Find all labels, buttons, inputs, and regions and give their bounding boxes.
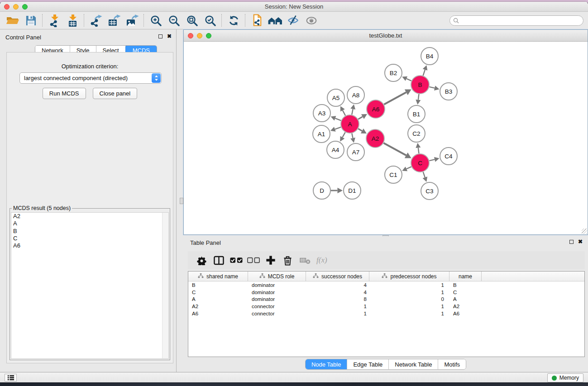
- network-window-title: testGlobe.txt: [184, 32, 588, 39]
- tab-motifs[interactable]: Motifs: [438, 359, 466, 369]
- graph-node-label: A5: [332, 95, 340, 101]
- zoom-selected-icon[interactable]: [201, 13, 219, 28]
- import-table-icon[interactable]: [63, 13, 81, 28]
- graph-edge-C-C3[interactable]: [423, 172, 425, 177]
- graph-node-label: C2: [412, 130, 420, 137]
- close-panel-icon[interactable]: ✖: [167, 34, 172, 38]
- result-item[interactable]: A: [11, 220, 168, 227]
- network-canvas[interactable]: B4B2BB3B1A5A8A6A3AA1A2A4A7C2CC4C1C3DD1: [184, 42, 588, 234]
- column-header-MCDS-role[interactable]: MCDS role: [248, 272, 306, 281]
- column-header-label: name: [459, 273, 472, 280]
- result-item[interactable]: A2: [11, 213, 168, 220]
- graph-edge-B-B2[interactable]: [406, 79, 411, 81]
- column-header-successor-nodes[interactable]: successor nodes: [306, 272, 369, 281]
- home-layout-icon[interactable]: [266, 13, 284, 28]
- column-header-name[interactable]: name: [449, 272, 482, 281]
- export-table-icon[interactable]: [105, 13, 123, 28]
- tab-edge-table[interactable]: Edge Table: [347, 359, 389, 369]
- zoom-out-icon[interactable]: [165, 13, 183, 28]
- table-cell: dominator: [248, 290, 306, 295]
- close-panel-button[interactable]: Close panel: [93, 88, 138, 99]
- table-row[interactable]: A6connector11A6: [188, 310, 584, 317]
- graph-edge-C-C2[interactable]: [418, 148, 419, 153]
- show-graphics-details-icon[interactable]: [302, 13, 320, 28]
- add-column-icon[interactable]: [264, 253, 277, 267]
- column-layout-icon[interactable]: [212, 253, 225, 267]
- divider-grip-left[interactable]: [180, 198, 183, 204]
- optimization-criterion-select[interactable]: largest connected component (directed): [19, 72, 162, 84]
- float-panel-icon[interactable]: [158, 34, 163, 38]
- network-column-icon: [313, 273, 319, 280]
- graph-edge-A-A4[interactable]: [342, 132, 345, 137]
- destroy-table-icon-disabled: [298, 253, 311, 267]
- memory-label: Memory: [559, 375, 579, 381]
- select-all-checkboxes-icon[interactable]: [229, 253, 243, 267]
- mcds-result-list[interactable]: A2ABCA6: [11, 212, 169, 359]
- arrowhead-icon: [434, 86, 440, 91]
- graph-edge-A-A2[interactable]: [358, 129, 362, 131]
- graph-edge-C-C1[interactable]: [406, 167, 411, 169]
- tab-network-table[interactable]: Network Table: [389, 359, 438, 369]
- graph-node-label: B3: [445, 88, 453, 95]
- delete-column-icon[interactable]: [281, 253, 294, 267]
- control-panel: Control Panel ✖ NetworkStyleSelectMCDS O…: [0, 29, 177, 374]
- search-input[interactable]: [461, 17, 583, 24]
- result-item[interactable]: B: [11, 228, 168, 235]
- hide-selected-icon[interactable]: [284, 13, 302, 28]
- search-box[interactable]: [449, 15, 583, 26]
- graph-edge-A2-C[interactable]: [383, 143, 406, 155]
- table-row[interactable]: Bdominator41B: [188, 281, 584, 289]
- settings-gear-icon[interactable]: [195, 253, 208, 267]
- column-header-label: MCDS role: [268, 273, 295, 280]
- deselect-all-checkboxes-icon[interactable]: [247, 253, 260, 267]
- graph-edge-A-A1[interactable]: [335, 127, 341, 129]
- open-session-icon[interactable]: [4, 13, 22, 28]
- function-builder-icon-disabled: f(x): [316, 256, 327, 265]
- node-table: shared nameMCDS rolesuccessor nodesprede…: [188, 271, 585, 357]
- result-item[interactable]: C: [11, 235, 168, 242]
- graph-edge-A-A3[interactable]: [335, 118, 341, 120]
- table-row[interactable]: Adominator80A: [188, 295, 584, 303]
- column-header-label: predecessor nodes: [390, 273, 436, 280]
- table-cell: 1: [369, 304, 449, 309]
- graph-edge-C-C4[interactable]: [429, 159, 435, 161]
- graph-node-label: C: [418, 160, 422, 167]
- resize-grip-icon[interactable]: [582, 229, 587, 234]
- table-row[interactable]: A2connector11A2: [188, 303, 584, 310]
- column-header-predecessor-nodes[interactable]: predecessor nodes: [369, 272, 449, 281]
- graph-edge-A-A7[interactable]: [352, 133, 353, 138]
- graph-edge-B-B4[interactable]: [423, 70, 425, 76]
- graph-node-label: A4: [332, 147, 339, 153]
- graph-edge-B-B3[interactable]: [429, 87, 435, 88]
- result-item[interactable]: A6: [11, 242, 168, 249]
- tab-node-table[interactable]: Node Table: [306, 359, 348, 369]
- close-table-panel-icon[interactable]: ✖: [578, 240, 583, 244]
- column-header-shared-name[interactable]: shared name: [188, 272, 248, 281]
- graph-edge-A-A6[interactable]: [358, 117, 363, 119]
- memory-button[interactable]: Memory: [547, 373, 583, 382]
- graph-node-label: D: [320, 187, 324, 194]
- graph-edge-B-B1[interactable]: [418, 94, 419, 100]
- table-cell: 4: [306, 290, 369, 295]
- save-session-icon[interactable]: [22, 13, 40, 28]
- float-table-panel-icon[interactable]: [569, 240, 574, 244]
- export-image-icon[interactable]: [123, 13, 141, 28]
- refresh-view-icon[interactable]: [225, 13, 243, 28]
- graph-edge-A-A5[interactable]: [343, 110, 345, 116]
- table-cell: 1: [369, 282, 449, 288]
- new-network-from-selection-icon[interactable]: [248, 13, 266, 28]
- result-scrollbar[interactable]: [162, 213, 168, 358]
- zoom-in-icon[interactable]: [147, 13, 165, 28]
- task-history-button[interactable]: [5, 374, 17, 381]
- zoom-fit-icon[interactable]: [183, 13, 201, 28]
- export-network-icon[interactable]: [87, 13, 105, 28]
- graph-edge-A6-B[interactable]: [384, 92, 406, 105]
- mcds-result-title: MCDS result (5 nodes): [12, 205, 72, 211]
- import-network-icon[interactable]: [45, 13, 63, 28]
- app-titlebar: Session: New Session: [0, 2, 588, 12]
- control-panel-title: Control Panel: [5, 34, 41, 41]
- run-mcds-button[interactable]: Run MCDS: [43, 88, 86, 99]
- arrowhead-icon: [434, 157, 440, 162]
- table-row[interactable]: Cdominator41C: [188, 289, 584, 296]
- graph-edge-A-A8[interactable]: [352, 109, 353, 114]
